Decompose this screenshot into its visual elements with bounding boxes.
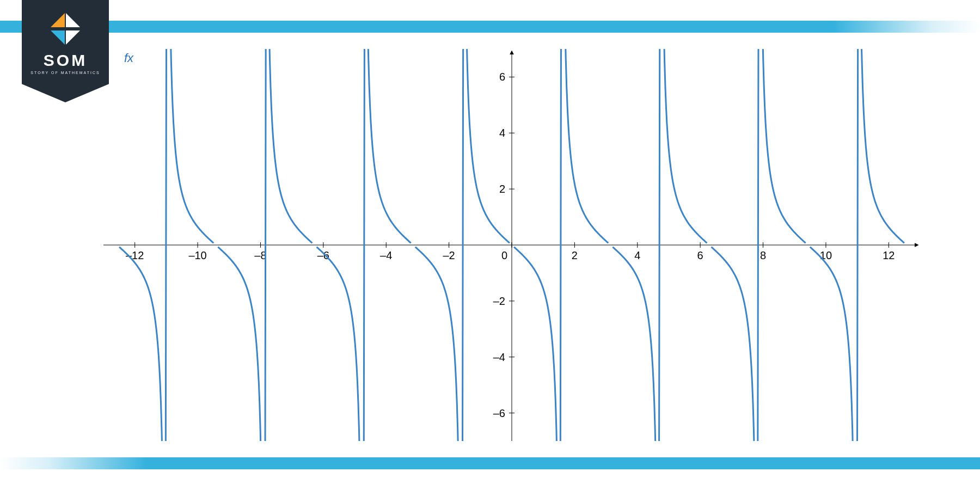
brand-logo-icon [50,13,81,45]
svg-text:2: 2 [572,249,578,261]
svg-text:–6: –6 [317,249,329,261]
svg-text:4: 4 [499,127,505,139]
chart-plot: –12–10–8–6–4–2024681012–6–4–2246 fx [103,49,920,441]
svg-text:–4: –4 [493,351,505,363]
svg-text:8: 8 [760,249,766,261]
svg-text:–2: –2 [493,295,505,307]
bottom-accent-bar [0,457,980,469]
svg-text:12: 12 [883,249,895,261]
svg-text:6: 6 [697,249,703,261]
brand-badge: SOM STORY OF MATHEMATICS [22,0,109,102]
svg-text:–2: –2 [443,249,455,261]
svg-text:2: 2 [499,183,505,195]
brand-title: SOM [44,51,87,70]
svg-text:10: 10 [820,249,832,261]
svg-text:0: 0 [501,249,507,261]
svg-text:6: 6 [499,71,505,83]
chart-svg: –12–10–8–6–4–2024681012–6–4–2246 fx [103,49,920,441]
brand-subtitle: STORY OF MATHEMATICS [30,71,100,75]
svg-text:–6: –6 [493,407,505,419]
svg-text:–4: –4 [380,249,392,261]
series-label: fx [124,51,134,65]
svg-text:4: 4 [634,249,640,261]
svg-text:–10: –10 [188,249,206,261]
top-accent-bar [0,21,980,33]
chart-axes: –12–10–8–6–4–2024681012–6–4–2246 [103,51,918,441]
